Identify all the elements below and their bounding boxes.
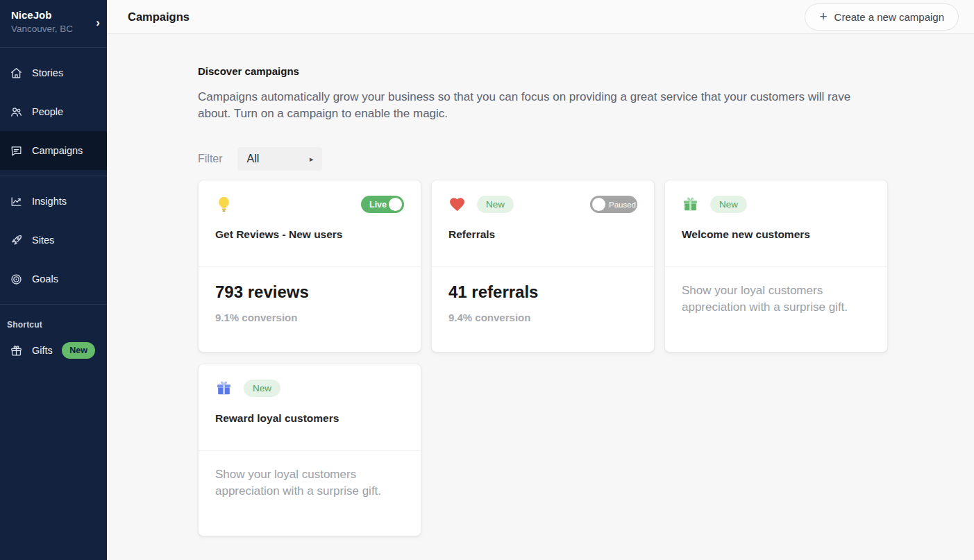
create-campaign-label: Create a new campaign [834, 11, 944, 23]
sidebar-item-sites[interactable]: Sites [0, 221, 107, 260]
campaign-toggle-paused[interactable]: Paused [590, 196, 637, 213]
sidebar-section-label: Shortcut [0, 310, 107, 331]
campaign-stat: 793 reviews [215, 282, 404, 302]
home-icon [10, 67, 23, 80]
filter-label: Filter [198, 153, 223, 165]
app-name: NiceJob [11, 9, 73, 21]
new-badge: New [62, 342, 95, 359]
sidebar: NiceJob Vancouver, BC › Stories People [0, 0, 107, 560]
plus-icon: + [819, 10, 827, 23]
sidebar-item-label: Goals [32, 273, 58, 285]
sidebar-item-label: Campaigns [32, 145, 83, 156]
rocket-icon [10, 234, 23, 247]
create-campaign-button[interactable]: + Create a new campaign [805, 3, 959, 31]
campaign-description: Show your loyal customers appreciation w… [215, 466, 404, 500]
campaign-card-reward-loyal-customers[interactable]: New Reward loyal customers Show your loy… [198, 364, 421, 536]
chevron-right-icon[interactable]: › [96, 16, 100, 30]
campaign-title: Reward loyal customers [215, 412, 404, 425]
campaign-card-referrals[interactable]: New Paused Referrals 41 referrals 9.4% c… [431, 180, 655, 353]
sidebar-item-stories[interactable]: Stories [0, 53, 107, 92]
gift-icon [10, 344, 23, 357]
users-icon [10, 105, 23, 119]
campaign-title: Get Reviews - New users [215, 228, 404, 241]
toggle-label: Paused [609, 201, 636, 209]
workspace-location: Vancouver, BC [11, 24, 73, 34]
target-icon [10, 273, 23, 286]
gift-green-icon [682, 196, 699, 213]
toggle-knob [389, 198, 402, 211]
campaign-title: Referrals [448, 228, 637, 241]
campaign-grid: Live Get Reviews - New users 793 reviews… [198, 180, 974, 536]
top-bar: Campaigns + Create a new campaign [107, 0, 974, 34]
section-title: Discover campaigns [198, 65, 974, 77]
campaign-conversion: 9.4% conversion [448, 312, 637, 323]
lightbulb-icon [215, 196, 233, 213]
gift-blue-icon [215, 380, 233, 397]
filter-dropdown[interactable]: All ▸ [237, 147, 322, 171]
sidebar-nav: Stories People Campaigns Insights [0, 48, 107, 370]
workspace-switcher[interactable]: NiceJob Vancouver, BC › [0, 0, 107, 48]
campaign-toggle-live[interactable]: Live [361, 196, 404, 213]
sidebar-item-insights[interactable]: Insights [0, 182, 107, 221]
sidebar-item-gifts[interactable]: Gifts New [0, 331, 107, 370]
sidebar-item-label: Insights [32, 196, 67, 207]
filter-row: Filter All ▸ [198, 147, 974, 171]
sidebar-item-goals[interactable]: Goals [0, 260, 107, 298]
campaign-title: Welcome new customers [682, 228, 871, 241]
sidebar-divider [0, 304, 107, 305]
toggle-knob [592, 198, 605, 211]
toggle-label: Live [369, 200, 387, 210]
new-badge: New [710, 196, 747, 213]
content: Discover campaigns Campaigns automatical… [107, 34, 974, 536]
campaign-description: Show your loyal customers appreciation w… [682, 282, 871, 316]
page-title: Campaigns [128, 10, 190, 24]
sidebar-item-label: Stories [32, 67, 63, 78]
caret-right-icon: ▸ [310, 155, 314, 164]
campaign-card-welcome-new-customers[interactable]: New Welcome new customers Show your loya… [664, 180, 888, 353]
filter-value: All [247, 153, 260, 165]
section-description: Campaigns automatically grow your busine… [198, 89, 859, 122]
campaign-card-get-reviews[interactable]: Live Get Reviews - New users 793 reviews… [198, 180, 421, 353]
app-root: NiceJob Vancouver, BC › Stories People [0, 0, 974, 560]
new-badge: New [477, 196, 514, 213]
sidebar-item-people[interactable]: People [0, 92, 107, 131]
chat-icon [10, 144, 23, 158]
sidebar-item-label: People [32, 106, 63, 117]
new-badge: New [244, 380, 280, 397]
chart-icon [10, 195, 23, 208]
main-area: Campaigns + Create a new campaign Discov… [107, 0, 974, 560]
sidebar-item-label: Gifts [32, 345, 53, 356]
campaign-stat: 41 referrals [448, 282, 637, 302]
sidebar-item-label: Sites [32, 235, 54, 246]
sidebar-item-campaigns[interactable]: Campaigns [0, 131, 107, 170]
sidebar-divider [0, 176, 107, 176]
heart-icon [448, 196, 466, 213]
campaign-conversion: 9.1% conversion [215, 312, 404, 323]
